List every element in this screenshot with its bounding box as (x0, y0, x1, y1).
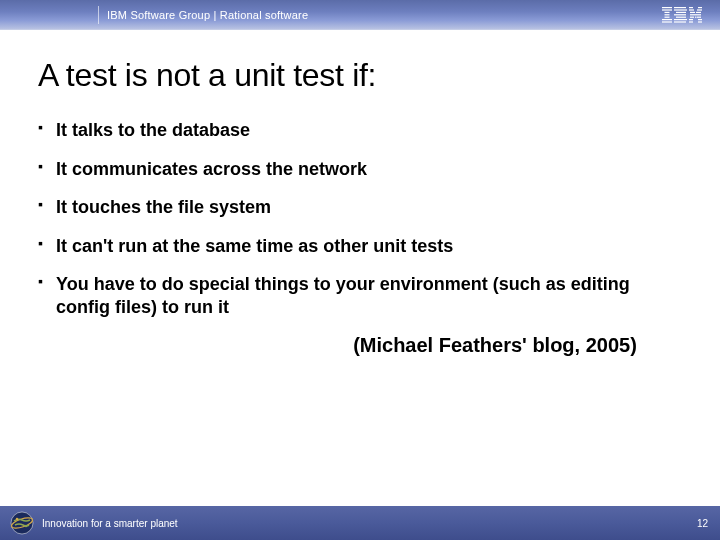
svg-rect-1 (662, 9, 672, 10)
header-text: IBM Software Group | Rational software (107, 9, 308, 21)
header-bar: IBM Software Group | Rational software (0, 0, 720, 30)
svg-rect-4 (665, 16, 670, 17)
svg-rect-21 (690, 16, 694, 17)
slide-title: A test is not a unit test if: (38, 58, 682, 93)
svg-rect-8 (674, 9, 687, 10)
footer-bar: Innovation for a smarter planet 12 (0, 506, 720, 540)
bullet-item: It communicates across the network (38, 158, 682, 181)
svg-rect-0 (662, 7, 672, 8)
bullet-item: It can't run at the same time as other u… (38, 235, 682, 258)
svg-rect-6 (662, 21, 672, 22)
svg-rect-26 (689, 21, 693, 22)
page-number: 12 (697, 518, 708, 529)
svg-rect-10 (674, 14, 686, 15)
header-divider (98, 6, 99, 24)
svg-rect-27 (698, 21, 702, 22)
svg-rect-17 (697, 9, 702, 10)
slide: IBM Software Group | Rational software (0, 0, 720, 540)
bullet-item: It talks to the database (38, 119, 682, 142)
footer-tagline: Innovation for a smarter planet (42, 518, 178, 529)
svg-rect-3 (665, 14, 670, 15)
bullet-item: It touches the file system (38, 196, 682, 219)
svg-rect-25 (698, 19, 702, 20)
bullet-item: You have to do special things to your en… (38, 273, 682, 318)
svg-point-30 (16, 518, 18, 520)
svg-rect-5 (662, 19, 672, 20)
content-area: A test is not a unit test if: It talks t… (0, 30, 720, 540)
globe-icon (10, 511, 34, 535)
svg-rect-9 (676, 11, 686, 12)
svg-rect-18 (690, 11, 695, 12)
header-left: IBM Software Group | Rational software (0, 0, 308, 29)
svg-rect-24 (689, 19, 693, 20)
svg-rect-23 (697, 16, 701, 17)
svg-rect-20 (690, 14, 701, 15)
ibm-logo-icon (662, 7, 702, 23)
svg-rect-11 (676, 16, 686, 17)
svg-rect-13 (674, 21, 686, 22)
svg-rect-12 (674, 19, 687, 20)
svg-rect-15 (698, 7, 702, 8)
svg-rect-22 (695, 16, 697, 17)
attribution-text: (Michael Feathers' blog, 2005) (38, 334, 682, 357)
svg-rect-19 (696, 11, 701, 12)
svg-point-31 (25, 525, 27, 527)
svg-rect-16 (689, 9, 694, 10)
svg-rect-14 (689, 7, 693, 8)
bullet-list: It talks to the database It communicates… (38, 119, 682, 318)
svg-rect-2 (665, 11, 670, 12)
svg-rect-7 (674, 7, 686, 8)
footer-left: Innovation for a smarter planet (10, 511, 178, 535)
